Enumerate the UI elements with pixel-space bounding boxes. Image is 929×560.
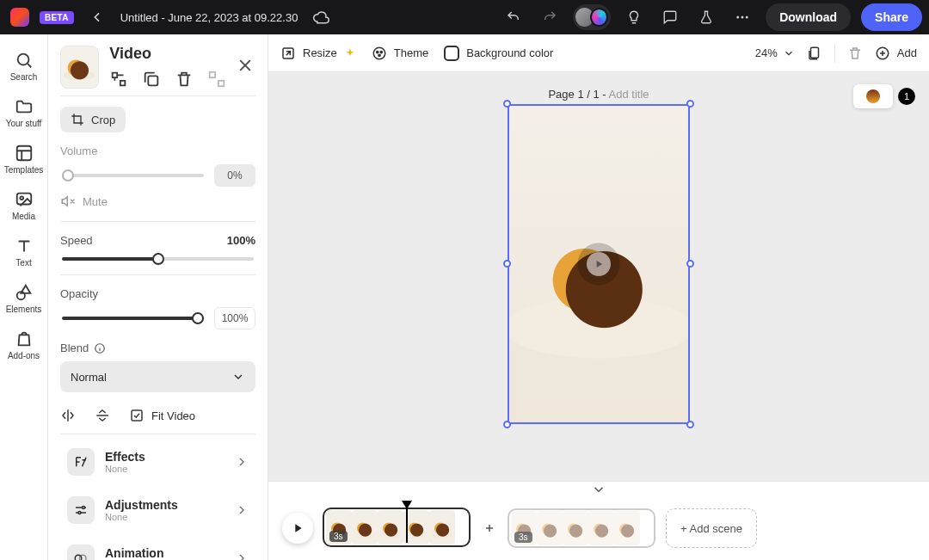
fit-video-button[interactable]: Fit Video [129,408,195,423]
adjustments-section[interactable]: AdjustmentsNone [60,489,255,531]
flip-vertical-icon[interactable] [95,408,110,423]
page-label[interactable]: Page 1 / 1 - Add title [548,88,649,101]
flip-horizontal-icon[interactable] [60,408,76,423]
effects-section[interactable]: EffectsNone [60,441,255,483]
resize-handle[interactable] [686,100,694,108]
svg-rect-9 [149,76,158,85]
trash-icon[interactable] [175,70,194,89]
crop-label: Crop [91,114,115,126]
folder-icon [15,97,34,116]
undo-icon [506,9,521,25]
blend-select[interactable]: Normal [60,361,255,392]
play-icon [291,521,305,535]
resize-handle[interactable] [686,421,694,428]
rail-item-templates[interactable]: Templates [2,138,46,181]
opacity-label: Opacity [60,287,255,300]
duplicate-icon[interactable] [142,70,161,89]
undo-button[interactable] [501,4,526,30]
bgcolor-button[interactable]: Background color [444,46,553,61]
svg-point-3 [17,54,28,65]
chevron-left-icon [90,10,104,24]
selected-video[interactable] [508,105,689,423]
section-title: Animation [105,546,163,560]
resize-handle[interactable] [503,421,511,428]
resize-handle[interactable] [503,260,511,268]
rail-label: Elements [6,305,42,314]
pages-icon[interactable] [807,46,822,61]
page-thumbnail[interactable] [853,84,893,108]
shapes-icon [15,283,34,302]
rail-item-elements[interactable]: Elements [2,277,46,320]
blend-label: Blend [60,342,255,354]
rail-label: Media [12,212,35,221]
share-button[interactable]: Share [861,3,922,31]
chevron-down-icon [231,370,245,384]
section-subtitle: None [105,464,145,474]
speed-label: Speed [60,234,93,247]
add-page-button[interactable]: Add [875,46,917,61]
clip-duration: 3s [514,532,532,543]
rail-item-your-stuff[interactable]: Your stuff [2,91,46,134]
svg-point-17 [78,512,81,514]
beaker-button[interactable] [693,4,719,30]
resize-handle[interactable] [503,100,511,108]
sliders-icon [73,502,89,518]
add-scene-button[interactable]: + Add scene [666,508,757,548]
svg-rect-5 [16,146,31,161]
opacity-slider[interactable] [62,317,204,320]
plus-circle-icon [875,46,890,61]
svg-point-7 [20,196,23,200]
close-panel-button[interactable] [237,57,255,77]
templates-icon [15,144,34,163]
download-button[interactable]: Download [766,3,851,31]
svg-point-1 [741,16,744,19]
speed-slider[interactable] [62,257,254,261]
add-between-button[interactable] [482,520,497,536]
zoom-control[interactable]: 24% [755,46,795,59]
cloud-sync-icon [308,4,334,30]
rail-item-text[interactable]: Text [2,231,46,274]
redo-button[interactable] [537,4,563,30]
replace-icon[interactable] [109,70,128,89]
page-count-badge: 1 [898,88,915,105]
rail-item-search[interactable]: Search [2,45,46,88]
opacity-value[interactable]: 100% [214,307,255,329]
resize-handle[interactable] [686,260,694,268]
document-title[interactable]: Untitled - June 22, 2023 at 09.22.30 [120,11,298,24]
help-button[interactable] [621,4,647,30]
rail-item-addons[interactable]: Add-ons [2,323,46,366]
canvas[interactable]: Page 1 / 1 - Add title 1 [268,72,929,481]
more-button[interactable] [729,4,755,30]
timeline-collapse[interactable] [268,481,929,496]
animation-section[interactable]: AnimationNone [60,538,255,560]
collaborators-button[interactable] [573,4,611,30]
theme-button[interactable]: Theme [372,46,428,61]
fit-icon [129,408,145,423]
bgcolor-label: Background color [466,46,553,59]
timeline-clip[interactable]: 3s [508,508,655,548]
search-icon [15,51,34,70]
theme-icon [372,46,387,61]
chevron-down-icon [591,482,606,497]
play-button[interactable] [282,513,313,544]
comments-button[interactable] [657,4,683,30]
blend-value: Normal [71,371,107,384]
volume-slider [62,174,204,177]
trash-icon[interactable] [847,46,863,61]
rail-item-media[interactable]: Media [2,184,46,227]
add-title-placeholder[interactable]: Add title [609,88,649,101]
shopping-bag-icon [15,329,34,348]
bgcolor-swatch [444,46,459,61]
text-icon [15,237,34,255]
more-horizontal-icon [735,9,750,25]
resize-button[interactable]: Resize [280,46,356,61]
crop-button[interactable]: Crop [60,107,126,132]
properties-panel: Video Crop Volume [48,34,268,560]
info-icon[interactable] [94,342,106,354]
top-bar: BETA Untitled - June 22, 2023 at 09.22.3… [0,0,929,34]
back-button[interactable] [84,4,110,30]
app-logo[interactable] [10,8,29,27]
playhead[interactable] [406,502,408,543]
timeline-clip[interactable]: 3s [323,508,471,547]
svg-point-23 [380,51,382,52]
